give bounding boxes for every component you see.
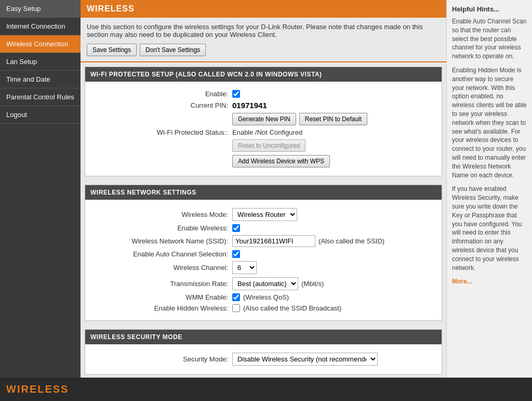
- pin-buttons: Generate New PIN Reset PIN to Default: [232, 113, 367, 125]
- hints-paragraph-3: If you have enabled Wireless Security, m…: [452, 185, 527, 272]
- page-description: Use this section to configure the wirele…: [87, 23, 440, 38]
- wifi-protected-section: WI-FI PROTECTED SETUP (ALSO CALLED WCN 2…: [85, 67, 442, 176]
- sidebar-item-wireless-connection[interactable]: Wireless Connection: [0, 35, 81, 53]
- current-pin-row: Current PIN: 01971941: [93, 101, 434, 110]
- transmission-rate-select[interactable]: Best (automatic) 1 Mbit/s 2 Mbit/s 5.5 M…: [232, 277, 298, 290]
- current-pin-value: 01971941: [232, 101, 267, 110]
- hidden-wireless-label: Enable Hidden Wireless:: [93, 304, 228, 312]
- add-wireless-button[interactable]: Add Wireless Device with WPS: [232, 155, 330, 167]
- security-section-header: WIRELESS SECURITY MODE: [85, 330, 442, 344]
- wifi-section-title: WI-FI PROTECTED SETUP (ALSO CALLED WCN 2…: [90, 71, 436, 78]
- wireless-network-body: Wireless Mode: Wireless Router Access Po…: [85, 200, 442, 320]
- sidebar-item-internet-connection[interactable]: Internet Connection: [0, 18, 81, 35]
- wifi-enable-checkbox[interactable]: [232, 90, 240, 98]
- wmm-label: WMM Enable:: [93, 293, 228, 301]
- wireless-mode-value: Wireless Router Access Point Repeater: [232, 208, 297, 221]
- wireless-channel-select[interactable]: 6 12345 7891011: [232, 261, 257, 274]
- wireless-mode-select[interactable]: Wireless Router Access Point Repeater: [232, 208, 297, 221]
- auto-channel-checkbox[interactable]: [232, 250, 240, 258]
- hints-paragraph-2: Enabling Hidden Mode is another way to s…: [452, 66, 527, 179]
- enable-wireless-row: Enable Wireless:: [93, 224, 434, 232]
- current-pin-label: Current PIN:: [93, 101, 228, 109]
- wifi-enable-row: Enable:: [93, 90, 434, 98]
- wireless-network-section: WIRELESS NETWORK SETTINGS Wireless Mode:…: [85, 185, 442, 321]
- save-settings-top-button[interactable]: Save Settings: [87, 44, 137, 56]
- reset-pin-button[interactable]: Reset PIN to Default: [299, 113, 367, 125]
- dont-save-top-button[interactable]: Don't Save Settings: [140, 44, 206, 56]
- add-wireless-area: Add Wireless Device with WPS: [232, 155, 330, 167]
- pin-buttons-row: Generate New PIN Reset PIN to Default: [93, 113, 434, 125]
- wifi-section-header: WI-FI PROTECTED SETUP (ALSO CALLED WCN 2…: [85, 67, 442, 82]
- wmm-row: WMM Enable: (Wireless QoS): [93, 293, 434, 301]
- hints-title: Helpful Hints...: [452, 5, 527, 13]
- hints-panel: Helpful Hints... Enable Auto Channel Sca…: [446, 0, 532, 378]
- ssid-row: Wireless Network Name (SSID): (Also call…: [93, 235, 434, 247]
- wifi-status-value-area: Enable /Not Configured: [232, 128, 302, 136]
- current-pin-value-area: 01971941: [232, 101, 267, 110]
- security-mode-section: WIRELESS SECURITY MODE Security Mode: Di…: [85, 329, 442, 374]
- hidden-wireless-note: (Also called the SSID Broadcast): [243, 304, 341, 312]
- hidden-wireless-row: Enable Hidden Wireless: (Also called the…: [93, 304, 434, 312]
- transmission-rate-value: Best (automatic) 1 Mbit/s 2 Mbit/s 5.5 M…: [232, 277, 324, 290]
- hidden-wireless-checkbox[interactable]: [232, 304, 240, 312]
- transmission-unit: (Mbit/s): [301, 280, 324, 288]
- sidebar-item-lan-setup[interactable]: Lan Setup: [0, 53, 81, 71]
- enable-wireless-value: [232, 224, 240, 232]
- top-btn-row: Save Settings Don't Save Settings: [87, 44, 440, 56]
- footer: WIRELESS: [0, 378, 532, 401]
- wifi-status-row: Wi-Fi Protected Status:: Enable /Not Con…: [93, 128, 434, 136]
- content-area: WIRELESS Use this section to configure t…: [81, 0, 446, 378]
- auto-channel-label: Enable Auto Channel Selection:: [93, 250, 228, 258]
- hints-more-link[interactable]: More...: [452, 278, 472, 285]
- ssid-input[interactable]: [232, 235, 315, 247]
- security-mode-label: Security Mode:: [93, 355, 228, 363]
- sidebar: Easy Setup Internet Connection Wireless …: [0, 0, 81, 378]
- description-area: Use this section to configure the wirele…: [81, 18, 446, 62]
- app-wrapper: Easy Setup Internet Connection Wireless …: [0, 0, 532, 401]
- security-mode-select[interactable]: Disable Wireless Security (not recommend…: [232, 353, 378, 366]
- enable-wireless-checkbox[interactable]: [232, 224, 240, 232]
- page-header: WIRELESS: [81, 0, 446, 18]
- hidden-wireless-value: (Also called the SSID Broadcast): [232, 304, 341, 312]
- page-title: WIRELESS: [87, 4, 440, 14]
- wmm-checkbox[interactable]: [232, 293, 240, 301]
- sidebar-item-parental-control[interactable]: Parental Control Rules: [0, 88, 81, 106]
- wireless-mode-label: Wireless Mode:: [93, 211, 228, 218]
- ssid-label: Wireless Network Name (SSID):: [93, 237, 228, 245]
- reset-unconfigured-button: Reset to Unconfigured: [232, 139, 305, 152]
- wireless-channel-label: Wireless Channel:: [93, 264, 228, 271]
- wireless-network-header: WIRELESS NETWORK SETTINGS: [85, 185, 442, 200]
- ssid-also-called: (Also called the SSID): [318, 237, 384, 245]
- generate-pin-button[interactable]: Generate New PIN: [232, 113, 296, 125]
- wireless-channel-value: 6 12345 7891011: [232, 261, 257, 274]
- wifi-section-body: Enable: Current PIN: 01971941: [85, 82, 442, 176]
- ssid-value: (Also called the SSID): [232, 235, 384, 247]
- wmm-note: (Wireless QoS): [243, 293, 289, 301]
- reset-unconfigured-row: Reset to Unconfigured: [93, 139, 434, 152]
- security-mode-value: Disable Wireless Security (not recommend…: [232, 353, 378, 366]
- auto-channel-value: [232, 250, 240, 258]
- wireless-mode-row: Wireless Mode: Wireless Router Access Po…: [93, 208, 434, 221]
- sidebar-item-logout[interactable]: Logout: [0, 106, 81, 124]
- wifi-enable-value: [232, 90, 240, 98]
- hints-paragraph-1: Enable Auto Channel Scan so that the rou…: [452, 17, 527, 61]
- transmission-rate-label: Transmission Rate:: [93, 280, 228, 288]
- security-mode-row: Security Mode: Disable Wireless Security…: [93, 353, 434, 366]
- transmission-rate-row: Transmission Rate: Best (automatic) 1 Mb…: [93, 277, 434, 290]
- wmm-value: (Wireless QoS): [232, 293, 289, 301]
- security-section-title: WIRELESS SECURITY MODE: [90, 333, 436, 341]
- reset-unconfigured-area: Reset to Unconfigured: [232, 139, 305, 152]
- auto-channel-row: Enable Auto Channel Selection:: [93, 250, 434, 258]
- wifi-status-label: Wi-Fi Protected Status::: [93, 128, 228, 136]
- sidebar-item-time-date[interactable]: Time and Date: [0, 71, 81, 88]
- wireless-network-title: WIRELESS NETWORK SETTINGS: [90, 189, 436, 196]
- security-section-body: Security Mode: Disable Wireless Security…: [85, 344, 442, 374]
- main-area: Easy Setup Internet Connection Wireless …: [0, 0, 532, 378]
- sidebar-item-easy-setup[interactable]: Easy Setup: [0, 0, 81, 18]
- enable-wireless-label: Enable Wireless:: [93, 224, 228, 232]
- wifi-enable-label: Enable:: [93, 90, 228, 98]
- wifi-status-value: Enable /Not Configured: [232, 128, 302, 136]
- add-wireless-row: Add Wireless Device with WPS: [93, 155, 434, 167]
- wireless-channel-row: Wireless Channel: 6 12345 7891011: [93, 261, 434, 274]
- footer-logo: WIRELESS: [6, 383, 69, 395]
